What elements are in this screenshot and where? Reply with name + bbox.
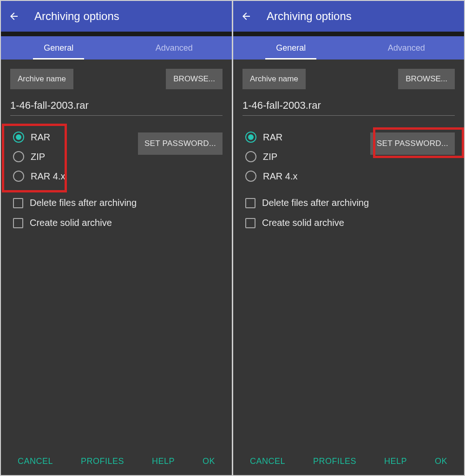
radio-zip[interactable]: ZIP	[13, 151, 65, 162]
help-button[interactable]: HELP	[152, 456, 175, 466]
radio-icon	[245, 171, 256, 182]
browse-button[interactable]: BROWSE...	[166, 69, 223, 89]
tab-general[interactable]: General	[1, 36, 117, 60]
appbar: Archiving options	[1, 1, 232, 32]
archive-name-button[interactable]: Archive name	[10, 69, 73, 89]
checkbox-icon	[245, 198, 255, 208]
radio-rar[interactable]: RAR	[245, 132, 297, 143]
radio-label: ZIP	[31, 152, 45, 162]
check-label: Delete files after archiving	[262, 198, 369, 208]
radio-icon	[13, 132, 24, 143]
appbar-title: Archiving options	[267, 10, 352, 23]
radio-rar4x[interactable]: RAR 4.x	[245, 171, 297, 182]
status-strip	[1, 32, 232, 36]
set-password-button[interactable]: SET PASSWORD...	[138, 132, 223, 155]
profiles-button[interactable]: PROFILES	[313, 456, 356, 466]
filename-input[interactable]	[242, 98, 455, 116]
radio-icon	[13, 151, 24, 162]
radio-label: RAR 4.x	[263, 171, 297, 182]
status-strip	[233, 32, 464, 36]
help-button[interactable]: HELP	[384, 456, 407, 466]
radio-icon	[245, 151, 256, 162]
right-pane: Archiving options General Advanced Archi…	[233, 1, 464, 475]
back-arrow-icon[interactable]	[241, 11, 252, 22]
tab-advanced[interactable]: Advanced	[117, 36, 232, 60]
radio-label: RAR	[263, 132, 282, 143]
browse-button[interactable]: BROWSE...	[398, 69, 455, 89]
check-label: Create solid archive	[262, 218, 344, 228]
ok-button[interactable]: OK	[203, 456, 215, 466]
filename-input[interactable]	[10, 98, 223, 116]
check-solid[interactable]: Create solid archive	[13, 218, 223, 228]
radio-icon	[245, 132, 256, 143]
checkbox-icon	[13, 218, 23, 228]
check-label: Create solid archive	[30, 218, 112, 228]
radio-rar4x[interactable]: RAR 4.x	[13, 171, 65, 182]
ok-button[interactable]: OK	[435, 456, 447, 466]
appbar-title: Archiving options	[34, 10, 119, 23]
format-radios: RAR ZIP RAR 4.x	[242, 129, 300, 185]
archive-name-row: Archive name BROWSE...	[10, 69, 223, 89]
format-radios: RAR ZIP RAR 4.x	[10, 129, 68, 185]
check-label: Delete files after archiving	[30, 198, 137, 208]
tabs: General Advanced	[233, 36, 464, 60]
radio-icon	[13, 171, 24, 182]
checks: Delete files after archiving Create soli…	[10, 198, 223, 228]
archive-name-row: Archive name BROWSE...	[242, 69, 455, 89]
back-arrow-icon[interactable]	[8, 11, 20, 22]
checkbox-icon	[245, 218, 255, 228]
check-solid[interactable]: Create solid archive	[245, 218, 455, 228]
checks: Delete files after archiving Create soli…	[242, 198, 455, 228]
footer: CANCEL PROFILES HELP OK	[233, 447, 464, 475]
radio-label: RAR 4.x	[31, 171, 65, 182]
left-pane: Archiving options General Advanced Archi…	[1, 1, 232, 475]
radio-label: ZIP	[263, 152, 277, 162]
radio-label: RAR	[31, 132, 50, 143]
archive-name-button[interactable]: Archive name	[242, 69, 306, 89]
cancel-button[interactable]: CANCEL	[18, 456, 53, 466]
footer: CANCEL PROFILES HELP OK	[1, 447, 232, 475]
radio-rar[interactable]: RAR	[13, 132, 65, 143]
tab-general[interactable]: General	[233, 36, 349, 60]
content: Archive name BROWSE... RAR ZIP RAR 4.x S…	[233, 60, 464, 447]
tab-advanced[interactable]: Advanced	[349, 36, 465, 60]
format-row: RAR ZIP RAR 4.x SET PASSWORD...	[242, 129, 455, 185]
appbar: Archiving options	[233, 1, 464, 32]
profiles-button[interactable]: PROFILES	[81, 456, 124, 466]
check-delete-after[interactable]: Delete files after archiving	[245, 198, 455, 208]
tabs: General Advanced	[1, 36, 232, 60]
set-password-button[interactable]: SET PASSWORD...	[370, 132, 455, 155]
radio-zip[interactable]: ZIP	[245, 151, 297, 162]
checkbox-icon	[13, 198, 23, 208]
cancel-button[interactable]: CANCEL	[250, 456, 285, 466]
check-delete-after[interactable]: Delete files after archiving	[13, 198, 223, 208]
format-row: RAR ZIP RAR 4.x SET PASSWORD...	[10, 129, 223, 185]
content: Archive name BROWSE... RAR ZIP RAR 4.x S…	[1, 60, 232, 447]
